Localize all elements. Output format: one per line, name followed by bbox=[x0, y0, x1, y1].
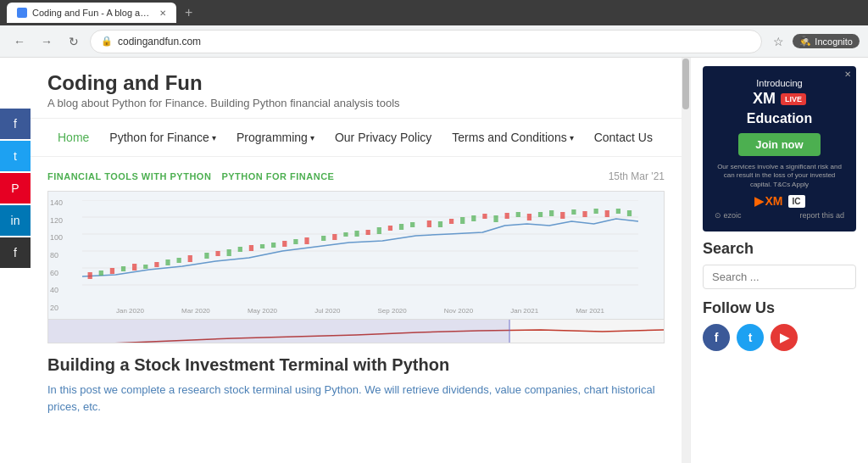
nav-programming[interactable]: Programming ▾ bbox=[226, 126, 325, 149]
article-tag-1[interactable]: FINANCIAL TOOLS WITH PYTHON bbox=[47, 171, 211, 181]
ad-report-link[interactable]: report this ad bbox=[799, 211, 844, 220]
svg-rect-35 bbox=[427, 220, 431, 227]
nav-terms-label: Terms and Conditions bbox=[452, 131, 566, 144]
article-date: 15th Mar '21 bbox=[609, 170, 665, 182]
svg-rect-40 bbox=[482, 214, 487, 219]
svg-rect-39 bbox=[471, 215, 476, 221]
back-button[interactable]: ← bbox=[8, 31, 31, 53]
ad-logos: ▶ XM IC bbox=[715, 194, 844, 208]
article-tag-2[interactable]: PYTHON FOR FINANCE bbox=[221, 171, 334, 181]
svg-rect-41 bbox=[493, 215, 498, 222]
forward-button[interactable]: → bbox=[36, 31, 58, 53]
svg-rect-52 bbox=[616, 209, 620, 214]
search-input[interactable] bbox=[703, 265, 856, 289]
svg-rect-31 bbox=[377, 227, 381, 234]
svg-rect-33 bbox=[399, 224, 403, 230]
svg-rect-42 bbox=[505, 213, 509, 219]
svg-rect-22 bbox=[271, 243, 275, 248]
svg-rect-36 bbox=[438, 221, 442, 227]
svg-rect-15 bbox=[188, 255, 192, 262]
follow-youtube-icon[interactable]: ▶ bbox=[771, 324, 798, 351]
url-bar[interactable]: 🔒 codingandfun.com bbox=[90, 30, 762, 53]
url-text: codingandfun.com bbox=[118, 36, 201, 47]
article-area: FINANCIAL TOOLS WITH PYTHON PYTHON FOR F… bbox=[31, 157, 682, 428]
ad-block: ✕ Introducing XM LIVE Education Join now… bbox=[703, 66, 856, 232]
browser-nav-right: ☆ 🕵 Incognito bbox=[767, 31, 860, 53]
svg-rect-19 bbox=[238, 247, 242, 252]
page-wrapper: f t P in f Coding and Fun A blog about P… bbox=[0, 58, 868, 463]
svg-rect-25 bbox=[304, 237, 309, 244]
article-title[interactable]: Building a Stock Investment Terminal wit… bbox=[47, 355, 665, 375]
browser-nav: ← → ↻ 🔒 codingandfun.com ☆ 🕵 Incognito bbox=[0, 25, 868, 58]
svg-rect-37 bbox=[449, 219, 453, 224]
svg-rect-17 bbox=[215, 251, 220, 256]
ad-disclaimer: Our services involve a significant risk … bbox=[715, 163, 844, 189]
svg-rect-30 bbox=[366, 230, 370, 235]
nav-terms[interactable]: Terms and Conditions ▾ bbox=[442, 126, 583, 149]
svg-rect-49 bbox=[582, 211, 587, 217]
svg-rect-28 bbox=[343, 232, 348, 237]
svg-rect-50 bbox=[594, 209, 598, 214]
svg-rect-12 bbox=[154, 262, 159, 267]
scrollbar[interactable] bbox=[682, 58, 690, 463]
social-pinterest-button[interactable]: P bbox=[0, 173, 31, 204]
svg-rect-53 bbox=[627, 210, 632, 216]
social-sidebar: f t P in f bbox=[0, 58, 31, 463]
svg-rect-7 bbox=[99, 271, 103, 276]
svg-rect-18 bbox=[227, 249, 231, 256]
ad-close-icon[interactable]: ✕ bbox=[844, 70, 851, 79]
svg-rect-11 bbox=[143, 265, 147, 269]
social-share-button[interactable]: f bbox=[0, 237, 31, 268]
article-chart: 140 120 100 80 60 40 20 bbox=[47, 191, 665, 343]
svg-rect-9 bbox=[121, 266, 125, 271]
nav-python-finance[interactable]: Python for Finance ▾ bbox=[99, 126, 226, 149]
chart-mini bbox=[48, 319, 664, 343]
svg-rect-48 bbox=[571, 209, 576, 215]
star-button[interactable]: ☆ bbox=[767, 31, 789, 53]
new-tab-button[interactable]: + bbox=[181, 5, 196, 20]
refresh-button[interactable]: ↻ bbox=[63, 31, 85, 53]
svg-rect-46 bbox=[549, 210, 554, 216]
site-title: Coding and Fun bbox=[47, 71, 665, 95]
svg-rect-8 bbox=[110, 268, 114, 274]
ad-cta-button[interactable]: Join now bbox=[738, 133, 820, 156]
chart-mini-highlight bbox=[48, 320, 510, 343]
svg-rect-21 bbox=[260, 244, 264, 248]
social-facebook-button[interactable]: f bbox=[0, 109, 31, 139]
nav-home[interactable]: Home bbox=[47, 126, 99, 149]
svg-rect-14 bbox=[177, 258, 181, 263]
article-excerpt: In this post we complete a research stoc… bbox=[47, 382, 665, 415]
ad-live-badge: LIVE bbox=[781, 93, 806, 105]
chevron-down-icon-2: ▾ bbox=[310, 133, 314, 142]
ad-subtitle: Education bbox=[715, 111, 844, 126]
follow-twitter-icon[interactable]: t bbox=[737, 324, 764, 351]
ad-brand-name: XM bbox=[753, 90, 776, 108]
browser-tab[interactable]: Coding and Fun - A blog about P... ✕ bbox=[7, 3, 176, 23]
nav-programming-label: Programming bbox=[236, 131, 308, 144]
ad-ezoic-label: ⊙ ezoic bbox=[715, 211, 742, 220]
search-section-title: Search bbox=[703, 240, 856, 258]
tab-favicon bbox=[17, 8, 27, 18]
social-twitter-button[interactable]: t bbox=[0, 141, 31, 171]
nav-python-finance-label: Python for Finance bbox=[109, 131, 209, 144]
svg-rect-32 bbox=[388, 226, 392, 231]
incognito-icon: 🕵 bbox=[799, 36, 811, 47]
tab-close-icon[interactable]: ✕ bbox=[159, 8, 166, 18]
svg-rect-10 bbox=[132, 264, 136, 271]
ad-ezoic-bar: ⊙ ezoic report this ad bbox=[715, 211, 844, 220]
follow-facebook-icon[interactable]: f bbox=[703, 324, 730, 351]
chart-area: 140 120 100 80 60 40 20 bbox=[48, 192, 664, 319]
nav-privacy-policy[interactable]: Our Privacy Policy bbox=[325, 126, 442, 149]
social-linkedin-button[interactable]: in bbox=[0, 205, 31, 236]
scrollbar-thumb[interactable] bbox=[682, 59, 689, 109]
lock-icon: 🔒 bbox=[101, 36, 113, 47]
svg-rect-47 bbox=[560, 212, 565, 219]
ad-intro: Introducing bbox=[715, 78, 844, 88]
ad-brand: XM LIVE bbox=[715, 90, 844, 108]
svg-rect-44 bbox=[527, 214, 531, 220]
svg-rect-13 bbox=[165, 259, 170, 265]
browser-chrome: Coding and Fun - A blog about P... ✕ + bbox=[0, 0, 868, 25]
nav-contact[interactable]: Contact Us bbox=[584, 126, 663, 149]
svg-rect-20 bbox=[249, 245, 253, 251]
tab-title: Coding and Fun - A blog about P... bbox=[32, 8, 151, 18]
